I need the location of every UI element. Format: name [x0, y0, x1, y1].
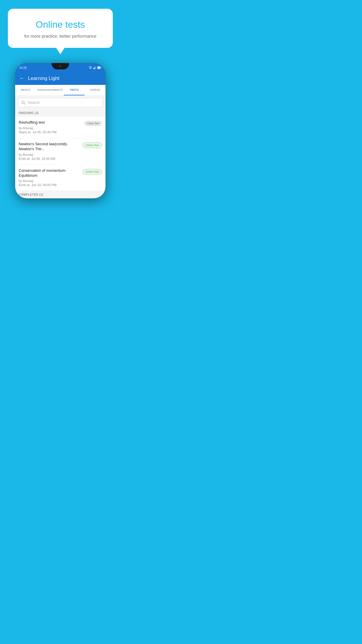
test-by: by Anurag — [19, 179, 80, 183]
svg-line-9 — [24, 103, 25, 104]
speech-bubble: Online tests for more practice, better p… — [8, 9, 113, 48]
search-input-wrapper[interactable]: Search — [18, 98, 103, 107]
test-badge-class: Class Test — [84, 121, 102, 126]
tab-ments[interactable]: MENTS — [15, 85, 36, 95]
search-bar: Search — [15, 96, 106, 109]
test-badge-online: Online Test — [82, 142, 102, 148]
status-icons — [89, 66, 101, 69]
app-header: ← Learning Light — [15, 72, 106, 85]
search-icon — [21, 101, 25, 105]
phone-wrapper: 14:29 — [0, 63, 121, 198]
test-info: Conservation of momentum-Equilibrium by … — [19, 168, 80, 187]
bubble-subtitle: for more practice, better performance — [17, 34, 104, 38]
wifi-icon — [89, 66, 92, 69]
completed-section-header: COMPLETED (1) — [15, 191, 106, 198]
tab-videos[interactable]: VIDEOS — [85, 85, 106, 95]
tab-announcements[interactable]: ANNOUNCEMENTS — [36, 85, 64, 95]
svg-rect-6 — [98, 67, 100, 69]
search-placeholder: Search — [28, 100, 40, 105]
svg-rect-7 — [101, 67, 101, 68]
test-list: Reshuffling test by Anurag Starts at Jul… — [15, 117, 106, 191]
battery-icon — [97, 66, 101, 69]
svg-rect-3 — [95, 67, 96, 69]
signal-icon — [93, 66, 96, 69]
svg-rect-1 — [93, 68, 94, 69]
notch — [52, 63, 69, 69]
test-by: by Anurag — [19, 126, 82, 130]
bubble-title: Online tests — [17, 19, 104, 30]
test-date: Starts at Jul 05, 05:45 PM — [19, 130, 82, 134]
phone-frame: 14:29 — [15, 63, 106, 198]
back-button[interactable]: ← — [19, 75, 24, 81]
test-info: Newton's Second law(contd)-Newton's Thir… — [19, 142, 80, 160]
camera-dot — [59, 65, 61, 67]
status-bar: 14:29 — [15, 63, 106, 72]
test-item[interactable]: Newton's Second law(contd)-Newton's Thir… — [15, 138, 106, 165]
ongoing-section-header: ONGOING (3) — [15, 109, 106, 117]
svg-rect-2 — [94, 67, 95, 69]
test-title: Reshuffling test — [19, 120, 82, 125]
test-by: by Anurag — [19, 153, 80, 156]
test-badge-online: Online Test — [82, 169, 102, 175]
test-title: Conservation of momentum-Equilibrium — [19, 168, 80, 178]
svg-marker-0 — [89, 68, 92, 69]
test-info: Reshuffling test by Anurag Starts at Jul… — [19, 120, 82, 134]
test-item[interactable]: Reshuffling test by Anurag Starts at Jul… — [15, 117, 106, 138]
test-title: Newton's Second law(contd)-Newton's Thir… — [19, 142, 80, 152]
app-title: Learning Light — [28, 76, 59, 81]
test-date: Ends at Jul 06, 10:45 AM — [19, 157, 80, 160]
status-time: 14:29 — [19, 66, 27, 69]
tab-tests[interactable]: TESTS — [64, 85, 85, 95]
svg-rect-4 — [96, 66, 96, 69]
test-date: Ends at Jun 10, 06:00 PM — [19, 183, 80, 187]
tabs-bar: MENTS ANNOUNCEMENTS TESTS VIDEOS — [15, 85, 106, 96]
test-item[interactable]: Conservation of momentum-Equilibrium by … — [15, 165, 106, 191]
